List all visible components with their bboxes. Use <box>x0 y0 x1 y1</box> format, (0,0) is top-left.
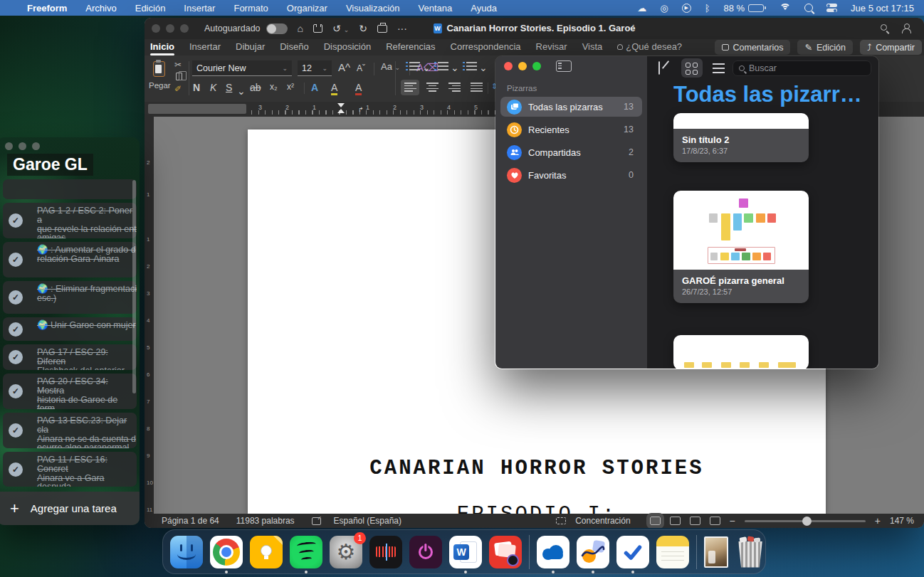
board-search-field[interactable]: Buscar <box>733 60 871 76</box>
control-center-icon[interactable] <box>826 4 837 12</box>
tab-help[interactable]: ¿Qué desea? <box>617 40 682 55</box>
freeform-dock-icon[interactable] <box>577 536 609 568</box>
sidebar-item-favoritas[interactable]: Favoritas 0 <box>500 165 642 185</box>
menu-formato[interactable]: Formato <box>233 3 268 14</box>
align-left-button[interactable] <box>404 83 416 92</box>
font-name-select[interactable]: Courier New⌄ <box>192 60 292 76</box>
autosave-toggle[interactable] <box>266 23 288 34</box>
zoom-slider-thumb[interactable] <box>802 517 812 526</box>
more-commands-icon[interactable]: ··· <box>397 23 407 34</box>
zoom-level[interactable]: 147 % <box>890 516 914 526</box>
trash-dock-icon[interactable] <box>735 536 765 568</box>
photo-app-dock-icon[interactable] <box>489 536 522 568</box>
italic-button[interactable]: K <box>210 82 216 93</box>
todo-traffic-lights[interactable] <box>5 142 40 150</box>
onedrive-sync-icon[interactable]: ☁ <box>637 3 646 14</box>
redo-icon[interactable]: ↻ <box>359 23 367 34</box>
finder-dock-icon[interactable] <box>170 536 203 568</box>
new-board-icon[interactable] <box>658 61 660 75</box>
tab-vista[interactable]: Vista <box>582 40 603 55</box>
vertical-ruler[interactable]: 2 1 1 2 3 4 5 6 7 8 9 10 11 <box>145 117 154 514</box>
zoom-slider[interactable] <box>745 520 866 522</box>
numbered-list-menu[interactable]: ⌄ <box>451 62 459 73</box>
google-keep-dock-icon[interactable] <box>250 536 283 568</box>
task-complete-checkmark[interactable]: ✓ <box>9 322 23 337</box>
copy-icon[interactable] <box>176 73 182 80</box>
focus-mode-label[interactable]: Concentración <box>575 516 630 526</box>
task-complete-checkmark[interactable]: ✓ <box>9 384 23 398</box>
menu-organizar[interactable]: Organizar <box>287 3 327 14</box>
shrink-font-button[interactable]: Aˇ <box>357 63 365 73</box>
fullscreen-button[interactable] <box>532 62 541 70</box>
menu-ventana[interactable]: Ventana <box>419 3 453 14</box>
minimize-button[interactable] <box>518 62 527 70</box>
print-layout-view-button[interactable] <box>650 517 661 525</box>
first-line-indent-marker[interactable] <box>337 103 345 107</box>
subscript-button[interactable]: x₂ <box>270 82 278 92</box>
share-button[interactable]: ⤴Compartir <box>860 40 922 55</box>
task-row[interactable]: ✓ 🌍 Unir Garoe con mujer jue, 14 sept <box>3 317 137 341</box>
todo-scrollbar[interactable] <box>132 180 136 393</box>
microsoft-todo-dock-icon[interactable] <box>616 536 649 568</box>
tab-revisar[interactable]: Revisar <box>536 40 567 55</box>
web-layout-view-button[interactable] <box>670 517 681 525</box>
superscript-button[interactable]: x² <box>287 82 294 92</box>
photo-file-dock-icon[interactable] <box>704 536 728 568</box>
multilevel-list-button[interactable] <box>466 62 477 70</box>
draft-view-button[interactable] <box>710 517 720 525</box>
board-card-garoe-general[interactable]: GAROÉ pizarra general 26/7/23, 12:57 <box>673 191 809 303</box>
task-row[interactable]: ✓ PAG 1-2 / ESC 2: Poner a que revele la… <box>3 203 137 238</box>
menu-visualizacion[interactable]: Visualización <box>346 3 400 14</box>
undo-icon[interactable]: ↺ ⌄ <box>332 23 349 34</box>
paste-label[interactable]: Pegar <box>149 81 171 90</box>
spellcheck-icon[interactable] <box>312 517 321 525</box>
save-icon[interactable] <box>313 24 322 33</box>
tab-diseno[interactable]: Diseño <box>280 40 308 55</box>
bluetooth-icon[interactable]: ᛒ <box>705 3 710 14</box>
freeform-traffic-lights[interactable] <box>504 62 541 70</box>
task-complete-checkmark[interactable]: ✓ <box>9 253 23 267</box>
chrome-dock-icon[interactable] <box>210 536 243 568</box>
hanging-indent-marker[interactable] <box>337 109 345 113</box>
bullet-list-button[interactable] <box>409 62 420 70</box>
word-traffic-lights[interactable] <box>152 24 189 33</box>
menu-archivo[interactable]: Archivo <box>85 3 116 14</box>
menu-edicion[interactable]: Edición <box>135 3 166 14</box>
align-right-button[interactable] <box>448 83 461 92</box>
zoom-in-button[interactable]: + <box>875 515 881 526</box>
change-case-button[interactable]: Aa ⌄ <box>381 61 400 72</box>
task-complete-checkmark[interactable]: ✓ <box>9 423 23 438</box>
word-dock-icon[interactable]: W <box>449 536 482 568</box>
highlight-color-button[interactable]: A <box>331 82 337 95</box>
task-row[interactable]: ✓ PAG 17 / ESC 29: Diferen Flashback del… <box>3 344 137 370</box>
tab-referencias[interactable]: Referencias <box>386 40 435 55</box>
underline-menu[interactable]: ⌄ <box>237 85 246 97</box>
tab-stop-marker[interactable]: ↱ <box>358 106 364 113</box>
comments-button[interactable]: Comentarios <box>715 40 791 55</box>
strikethrough-button[interactable]: ab <box>250 82 261 93</box>
share-people-icon[interactable] <box>901 23 911 32</box>
paste-icon[interactable] <box>153 61 165 77</box>
menu-app-freeform[interactable]: Freeform <box>27 3 67 14</box>
creative-cloud-icon[interactable]: ◎ <box>660 3 668 14</box>
list-view-icon[interactable] <box>713 63 725 73</box>
system-settings-dock-icon[interactable]: ⚙ 1 <box>330 536 362 568</box>
numbered-list-button[interactable] <box>438 62 448 70</box>
font-color-button[interactable]: A <box>355 82 362 95</box>
zoom-out-button[interactable]: − <box>730 515 735 526</box>
spotify-dock-icon[interactable] <box>290 536 322 568</box>
align-center-button[interactable] <box>426 83 439 92</box>
task-row[interactable]: ✓ PAG 20 / ESC 34: Mostra historia de Ga… <box>3 374 137 409</box>
task-row[interactable]: ✓ PAG 13 ESC.23: Dejar cla Ainara no se … <box>3 413 137 448</box>
tab-disposicion[interactable]: Disposición <box>324 40 371 55</box>
language-status[interactable]: Español (España) <box>334 516 401 526</box>
wifi-icon[interactable] <box>779 4 791 12</box>
bold-button[interactable]: N <box>193 82 200 93</box>
board-card-partial[interactable] <box>673 335 809 369</box>
task-complete-checkmark[interactable]: ✓ <box>9 462 23 477</box>
text-effects-button[interactable]: A <box>311 82 318 93</box>
battery-indicator[interactable]: 88 % <box>723 3 766 14</box>
play-circle-icon[interactable]: ▶ <box>682 4 691 13</box>
grid-view-icon[interactable] <box>686 63 698 75</box>
tab-dibujar[interactable]: Dibujar <box>236 40 265 55</box>
